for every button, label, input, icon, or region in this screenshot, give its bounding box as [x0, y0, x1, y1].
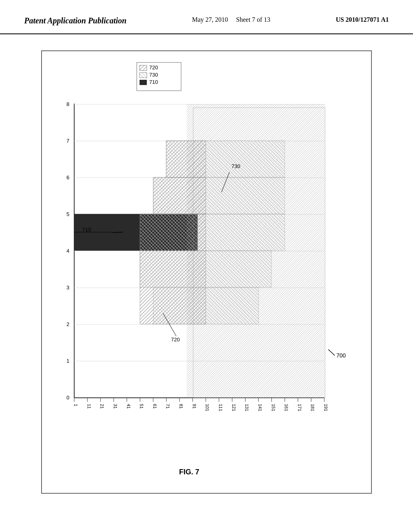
svg-text:720: 720 [149, 64, 158, 71]
pub-date: May 27, 2010 [192, 16, 228, 23]
svg-text:2: 2 [67, 321, 69, 327]
svg-text:191: 191 [323, 404, 328, 411]
svg-text:6: 6 [67, 175, 69, 181]
svg-rect-5 [140, 80, 147, 85]
svg-text:700: 700 [336, 352, 346, 359]
svg-text:151: 151 [271, 404, 276, 411]
svg-text:31: 31 [113, 404, 118, 409]
svg-text:7: 7 [67, 138, 69, 144]
svg-line-84 [328, 349, 335, 355]
page: Patent Application Publication May 27, 2… [0, 0, 413, 532]
svg-text:730: 730 [232, 163, 240, 169]
svg-text:41: 41 [126, 404, 131, 409]
svg-text:710: 710 [149, 79, 158, 85]
svg-rect-3 [140, 73, 147, 78]
svg-text:171: 171 [297, 404, 302, 411]
svg-text:1: 1 [73, 404, 78, 406]
svg-text:91: 91 [192, 404, 197, 409]
svg-text:710: 710 [82, 227, 91, 233]
svg-text:101: 101 [205, 404, 210, 411]
sheet-info: Sheet 7 of 13 [236, 16, 270, 23]
svg-text:71: 71 [165, 404, 170, 409]
svg-text:141: 141 [258, 404, 263, 411]
publication-title: Patent Application Publication [24, 16, 127, 25]
bar-730-dense [187, 104, 325, 398]
svg-text:131: 131 [244, 404, 249, 411]
svg-text:11: 11 [87, 404, 92, 409]
figure-container: 720 730 710 [0, 34, 413, 510]
svg-text:4: 4 [67, 248, 69, 254]
page-header: Patent Application Publication May 27, 2… [0, 0, 413, 34]
publication-number: US 2010/127071 A1 [336, 16, 389, 23]
svg-text:3: 3 [67, 285, 69, 291]
chart-svg: 720 730 710 [42, 51, 373, 495]
svg-text:FIG. 7: FIG. 7 [179, 468, 199, 476]
svg-text:1: 1 [67, 358, 69, 364]
svg-text:61: 61 [152, 404, 157, 409]
svg-text:121: 121 [232, 404, 236, 411]
svg-text:181: 181 [310, 404, 315, 411]
svg-text:730: 730 [149, 72, 158, 78]
svg-text:8: 8 [67, 101, 69, 107]
figure-box: 720 730 710 [41, 50, 372, 494]
svg-line-76 [113, 232, 123, 233]
svg-text:51: 51 [139, 404, 144, 409]
svg-text:720: 720 [171, 337, 180, 343]
svg-text:81: 81 [179, 404, 184, 409]
publication-date-sheet: May 27, 2010 Sheet 7 of 13 [192, 16, 270, 23]
svg-text:0: 0 [67, 395, 69, 401]
svg-text:5: 5 [67, 211, 69, 217]
svg-rect-1 [140, 65, 147, 71]
svg-text:21: 21 [100, 404, 104, 409]
svg-text:111: 111 [218, 404, 223, 411]
svg-text:161: 161 [284, 404, 289, 411]
